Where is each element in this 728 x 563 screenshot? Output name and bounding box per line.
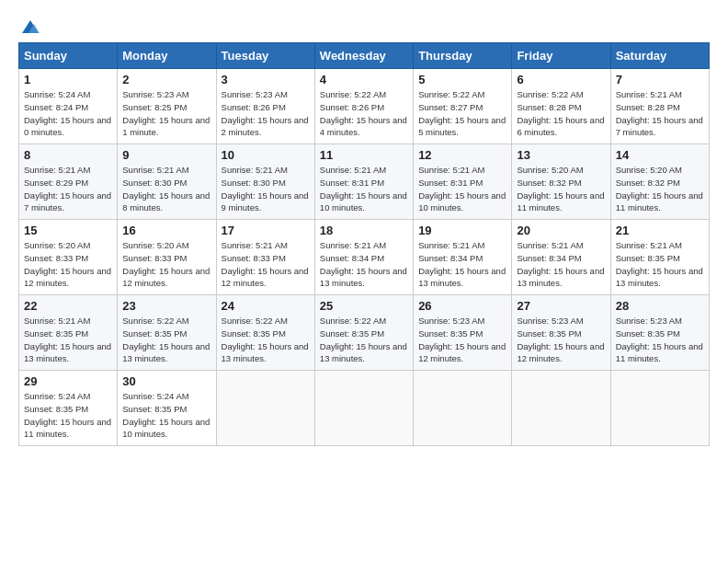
day-info: Sunrise: 5:21 AMSunset: 8:34 PMDaylight:… <box>517 240 604 288</box>
col-header-saturday: Saturday <box>610 43 709 69</box>
day-info: Sunrise: 5:24 AMSunset: 8:35 PMDaylight:… <box>24 391 111 439</box>
day-number: 6 <box>517 73 605 86</box>
day-number: 28 <box>616 299 704 313</box>
calendar-cell: 28 Sunrise: 5:23 AMSunset: 8:35 PMDaylig… <box>610 295 709 371</box>
day-number: 14 <box>616 148 704 162</box>
day-info: Sunrise: 5:21 AMSunset: 8:30 PMDaylight:… <box>122 165 210 213</box>
day-info: Sunrise: 5:24 AMSunset: 8:24 PMDaylight:… <box>24 89 111 137</box>
day-info: Sunrise: 5:21 AMSunset: 8:34 PMDaylight:… <box>320 240 407 288</box>
day-info: Sunrise: 5:23 AMSunset: 8:26 PMDaylight:… <box>222 89 309 137</box>
col-header-monday: Monday <box>118 43 216 69</box>
week-row-3: 15 Sunrise: 5:20 AMSunset: 8:33 PMDaylig… <box>19 220 710 295</box>
day-info: Sunrise: 5:21 AMSunset: 8:29 PMDaylight:… <box>24 165 111 213</box>
day-info: Sunrise: 5:22 AMSunset: 8:35 PMDaylight:… <box>222 316 309 363</box>
calendar-cell: 17 Sunrise: 5:21 AMSunset: 8:33 PMDaylig… <box>216 220 314 295</box>
day-number: 8 <box>24 148 112 162</box>
day-number: 15 <box>24 224 112 237</box>
day-number: 26 <box>418 299 506 313</box>
day-number: 24 <box>222 299 310 313</box>
day-info: Sunrise: 5:21 AMSunset: 8:33 PMDaylight:… <box>222 240 309 288</box>
calendar-cell: 13 Sunrise: 5:20 AMSunset: 8:32 PMDaylig… <box>512 144 610 220</box>
day-number: 21 <box>616 224 704 237</box>
day-number: 3 <box>222 73 310 86</box>
calendar-cell: 25 Sunrise: 5:22 AMSunset: 8:35 PMDaylig… <box>314 295 413 371</box>
calendar-cell: 19 Sunrise: 5:21 AMSunset: 8:34 PMDaylig… <box>414 220 512 295</box>
page: SundayMondayTuesdayWednesdayThursdayFrid… <box>0 0 728 563</box>
calendar-cell: 2 Sunrise: 5:23 AMSunset: 8:25 PMDayligh… <box>118 69 216 144</box>
day-info: Sunrise: 5:21 AMSunset: 8:35 PMDaylight:… <box>24 316 111 363</box>
calendar-cell: 24 Sunrise: 5:22 AMSunset: 8:35 PMDaylig… <box>216 295 314 371</box>
calendar-cell: 1 Sunrise: 5:24 AMSunset: 8:24 PMDayligh… <box>19 69 118 144</box>
calendar-cell <box>314 371 413 446</box>
calendar-cell: 11 Sunrise: 5:21 AMSunset: 8:31 PMDaylig… <box>314 144 413 220</box>
day-number: 19 <box>418 224 506 237</box>
logo-icon <box>20 17 40 37</box>
week-row-5: 29 Sunrise: 5:24 AMSunset: 8:35 PMDaylig… <box>19 371 710 446</box>
day-info: Sunrise: 5:22 AMSunset: 8:35 PMDaylight:… <box>320 316 407 363</box>
calendar-cell: 23 Sunrise: 5:22 AMSunset: 8:35 PMDaylig… <box>118 295 216 371</box>
calendar-cell <box>216 371 314 446</box>
col-header-thursday: Thursday <box>414 43 512 69</box>
calendar-cell: 7 Sunrise: 5:21 AMSunset: 8:28 PMDayligh… <box>610 69 709 144</box>
day-info: Sunrise: 5:21 AMSunset: 8:34 PMDaylight:… <box>418 240 506 288</box>
day-number: 17 <box>222 224 310 237</box>
day-info: Sunrise: 5:20 AMSunset: 8:32 PMDaylight:… <box>616 165 703 213</box>
calendar-cell: 10 Sunrise: 5:21 AMSunset: 8:30 PMDaylig… <box>216 144 314 220</box>
day-info: Sunrise: 5:20 AMSunset: 8:33 PMDaylight:… <box>122 240 210 288</box>
calendar-cell <box>512 371 610 446</box>
col-header-tuesday: Tuesday <box>216 43 314 69</box>
calendar-cell: 15 Sunrise: 5:20 AMSunset: 8:33 PMDaylig… <box>19 220 118 295</box>
day-info: Sunrise: 5:23 AMSunset: 8:35 PMDaylight:… <box>616 316 703 363</box>
header <box>18 17 710 33</box>
day-number: 10 <box>222 148 310 162</box>
day-number: 4 <box>320 73 408 86</box>
day-number: 7 <box>616 73 704 86</box>
day-number: 1 <box>24 73 112 86</box>
calendar-cell: 22 Sunrise: 5:21 AMSunset: 8:35 PMDaylig… <box>19 295 118 371</box>
day-number: 22 <box>24 299 112 313</box>
day-info: Sunrise: 5:24 AMSunset: 8:35 PMDaylight:… <box>122 391 210 439</box>
day-info: Sunrise: 5:20 AMSunset: 8:32 PMDaylight:… <box>517 165 604 213</box>
col-header-wednesday: Wednesday <box>314 43 413 69</box>
calendar-cell: 3 Sunrise: 5:23 AMSunset: 8:26 PMDayligh… <box>216 69 314 144</box>
calendar-cell: 14 Sunrise: 5:20 AMSunset: 8:32 PMDaylig… <box>610 144 709 220</box>
day-info: Sunrise: 5:21 AMSunset: 8:31 PMDaylight:… <box>320 165 407 213</box>
day-number: 5 <box>418 73 506 86</box>
calendar-cell: 29 Sunrise: 5:24 AMSunset: 8:35 PMDaylig… <box>19 371 118 446</box>
day-number: 11 <box>320 148 408 162</box>
week-row-1: 1 Sunrise: 5:24 AMSunset: 8:24 PMDayligh… <box>19 69 710 144</box>
day-number: 25 <box>320 299 408 313</box>
calendar-cell: 20 Sunrise: 5:21 AMSunset: 8:34 PMDaylig… <box>512 220 610 295</box>
logo <box>18 17 40 33</box>
day-info: Sunrise: 5:20 AMSunset: 8:33 PMDaylight:… <box>24 240 111 288</box>
calendar-cell: 8 Sunrise: 5:21 AMSunset: 8:29 PMDayligh… <box>19 144 118 220</box>
day-number: 18 <box>320 224 408 237</box>
day-info: Sunrise: 5:21 AMSunset: 8:31 PMDaylight:… <box>418 165 506 213</box>
calendar-cell <box>414 371 512 446</box>
calendar-cell: 9 Sunrise: 5:21 AMSunset: 8:30 PMDayligh… <box>118 144 216 220</box>
day-info: Sunrise: 5:22 AMSunset: 8:28 PMDaylight:… <box>517 89 604 137</box>
col-header-friday: Friday <box>512 43 610 69</box>
day-number: 20 <box>517 224 605 237</box>
calendar-cell: 18 Sunrise: 5:21 AMSunset: 8:34 PMDaylig… <box>314 220 413 295</box>
calendar-cell: 6 Sunrise: 5:22 AMSunset: 8:28 PMDayligh… <box>512 69 610 144</box>
day-number: 23 <box>122 299 210 313</box>
week-row-4: 22 Sunrise: 5:21 AMSunset: 8:35 PMDaylig… <box>19 295 710 371</box>
day-info: Sunrise: 5:22 AMSunset: 8:35 PMDaylight:… <box>122 316 210 363</box>
week-row-2: 8 Sunrise: 5:21 AMSunset: 8:29 PMDayligh… <box>19 144 710 220</box>
col-header-sunday: Sunday <box>19 43 118 69</box>
day-info: Sunrise: 5:21 AMSunset: 8:35 PMDaylight:… <box>616 240 703 288</box>
day-number: 16 <box>122 224 210 237</box>
day-info: Sunrise: 5:23 AMSunset: 8:35 PMDaylight:… <box>517 316 604 363</box>
day-info: Sunrise: 5:22 AMSunset: 8:26 PMDaylight:… <box>320 89 407 137</box>
calendar-table: SundayMondayTuesdayWednesdayThursdayFrid… <box>18 42 710 446</box>
calendar-cell: 5 Sunrise: 5:22 AMSunset: 8:27 PMDayligh… <box>414 69 512 144</box>
day-number: 29 <box>24 374 112 388</box>
day-number: 2 <box>122 73 210 86</box>
day-number: 12 <box>418 148 506 162</box>
calendar-cell: 4 Sunrise: 5:22 AMSunset: 8:26 PMDayligh… <box>314 69 413 144</box>
day-number: 9 <box>122 148 210 162</box>
calendar-cell <box>610 371 709 446</box>
day-number: 27 <box>517 299 605 313</box>
day-info: Sunrise: 5:22 AMSunset: 8:27 PMDaylight:… <box>418 89 506 137</box>
